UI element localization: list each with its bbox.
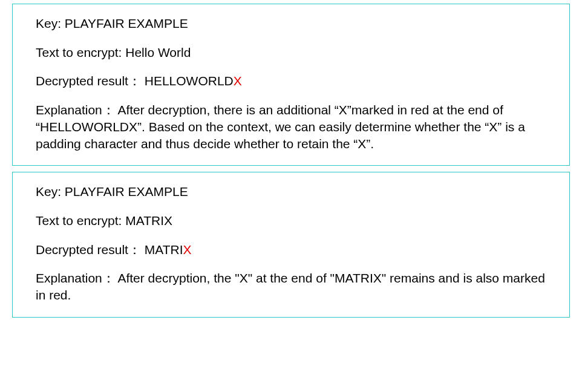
decrypted-red-char: X bbox=[183, 243, 192, 256]
text-to-encrypt-line: Text to encrypt: MATRIX bbox=[36, 212, 546, 229]
text-label: Text to encrypt: bbox=[36, 214, 125, 227]
key-label: Key: bbox=[36, 16, 65, 30]
decrypted-prefix: MATRI bbox=[145, 243, 183, 256]
explanation-label: Explanation： bbox=[36, 103, 115, 117]
text-value: Hello World bbox=[125, 45, 191, 59]
decrypted-prefix: HELLOWORLD bbox=[145, 74, 234, 88]
key-line: Key: PLAYFAIR EXAMPLE bbox=[36, 183, 546, 200]
decrypted-label: Decrypted result： bbox=[36, 243, 141, 256]
decrypted-result-line: Decrypted result： MATRIX bbox=[36, 241, 546, 258]
decrypted-red-char: X bbox=[234, 74, 242, 88]
example-box-2: Key: PLAYFAIR EXAMPLE Text to encrypt: M… bbox=[12, 172, 570, 318]
text-label: Text to encrypt: bbox=[36, 45, 125, 59]
key-value: PLAYFAIR EXAMPLE bbox=[65, 185, 188, 198]
key-line: Key: PLAYFAIR EXAMPLE bbox=[36, 15, 546, 32]
key-label: Key: bbox=[36, 185, 65, 198]
explanation-label: Explanation： bbox=[36, 271, 115, 285]
text-value: MATRIX bbox=[125, 214, 172, 227]
example-box-1: Key: PLAYFAIR EXAMPLE Text to encrypt: H… bbox=[12, 4, 570, 166]
key-value: PLAYFAIR EXAMPLE bbox=[65, 16, 188, 30]
explanation-line: Explanation： After decryption, there is … bbox=[36, 102, 546, 152]
decrypted-result-line: Decrypted result： HELLOWORLDX bbox=[36, 73, 546, 90]
decrypted-label: Decrypted result： bbox=[36, 74, 141, 88]
text-to-encrypt-line: Text to encrypt: Hello World bbox=[36, 44, 546, 61]
explanation-line: Explanation： After decryption, the "X" a… bbox=[36, 270, 546, 303]
